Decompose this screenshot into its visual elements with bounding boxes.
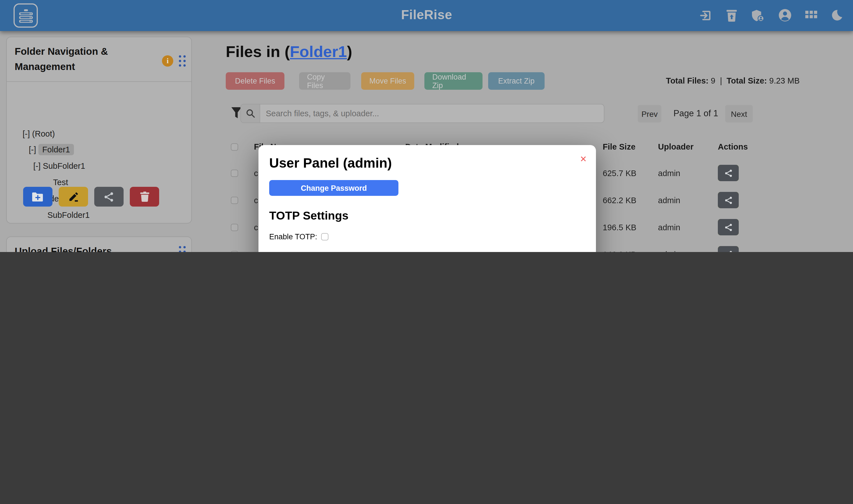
logout-icon[interactable]: [699, 9, 712, 22]
prev-page-button[interactable]: Prev: [638, 105, 661, 123]
file-name[interactable]: c: [254, 223, 258, 232]
totals-summary: Total Files: 9 | Total Size: 9.23 MB: [666, 76, 800, 85]
current-folder-link[interactable]: Folder1: [290, 43, 347, 60]
row-checkbox[interactable]: [231, 251, 238, 252]
row-checkbox[interactable]: [231, 196, 238, 204]
uploader: admin: [658, 223, 680, 232]
page-title: Files in (Folder1): [226, 43, 352, 61]
file-name[interactable]: c: [254, 168, 258, 178]
close-icon[interactable]: ✕: [580, 154, 587, 164]
uploader: admin: [658, 250, 680, 252]
change-password-button[interactable]: Change Password: [269, 180, 398, 196]
delete-files-button[interactable]: Delete Files: [226, 72, 285, 90]
col-uploader[interactable]: Uploader: [658, 142, 694, 151]
download-zip-button[interactable]: Download Zip: [424, 72, 483, 90]
col-file-size[interactable]: File Size: [603, 142, 635, 151]
screen: FileRise Folder Navigation &: [0, 0, 853, 252]
page-indicator: Page 1 of 1: [669, 108, 723, 119]
select-all-checkbox[interactable]: [231, 143, 238, 151]
enable-totp-checkbox[interactable]: [321, 233, 328, 240]
search-input[interactable]: [260, 104, 604, 123]
copy-files-button[interactable]: Copy Files: [299, 72, 350, 90]
uploader: admin: [658, 196, 680, 204]
move-files-button[interactable]: Move Files: [361, 72, 414, 90]
file-size: 625.7 KB: [603, 168, 636, 178]
search-icon[interactable]: [241, 104, 260, 123]
trash-restore-icon[interactable]: [726, 9, 738, 22]
file-name[interactable]: c: [254, 250, 258, 252]
file-name[interactable]: c: [254, 196, 258, 204]
dark-mode-icon[interactable]: [831, 9, 843, 21]
row-checkbox[interactable]: [231, 169, 238, 177]
modal-title: User Panel (admin): [269, 155, 392, 171]
uploader: admin: [658, 168, 680, 178]
info-icon[interactable]: i: [162, 55, 173, 67]
account-icon[interactable]: [778, 8, 792, 22]
share-button[interactable]: [718, 219, 739, 235]
file-size: 196.5 KB: [603, 223, 636, 232]
file-size: 662.2 KB: [603, 196, 636, 204]
filerise-app: FileRise Folder Navigation &: [0, 0, 853, 252]
share-button[interactable]: [718, 192, 739, 208]
row-checkbox[interactable]: [231, 223, 238, 231]
totp-settings-heading: TOTP Settings: [269, 209, 348, 222]
file-size: 146.0 KB: [603, 250, 636, 252]
top-header: FileRise: [0, 0, 853, 31]
share-button[interactable]: [718, 165, 739, 181]
drag-handle-icon[interactable]: [179, 55, 186, 67]
share-button[interactable]: [718, 246, 739, 252]
user-panel-modal: User Panel (admin) ✕ Change Password TOT…: [258, 145, 596, 252]
extract-zip-button[interactable]: Extract Zip: [488, 72, 545, 90]
admin-shield-icon[interactable]: [751, 9, 765, 22]
search-group: [240, 104, 604, 123]
tree-item-root[interactable]: [-] (Root): [22, 129, 55, 139]
next-page-button[interactable]: Next: [725, 105, 753, 123]
col-actions: Actions: [718, 142, 748, 151]
enable-totp-row: Enable TOTP:: [269, 233, 328, 241]
header-actions: [699, 8, 843, 22]
tree-item-folder2-subfolder1[interactable]: SubFolder1: [48, 211, 90, 220]
apps-grid-icon[interactable]: [805, 9, 817, 21]
